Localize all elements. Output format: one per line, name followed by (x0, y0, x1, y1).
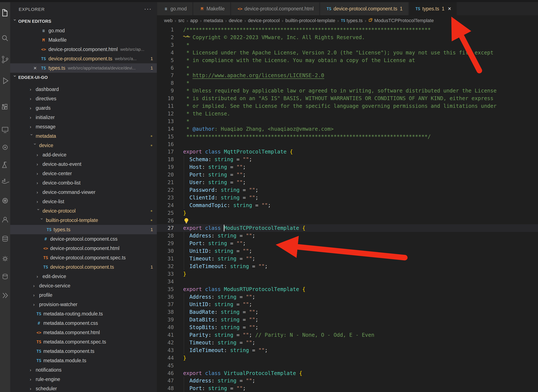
tree-item-device-list[interactable]: ›device-list (10, 197, 157, 206)
search-icon[interactable] (0, 34, 10, 43)
project-section-header[interactable]: › EDGEX-UI-GO (10, 73, 157, 82)
code-editor[interactable]: 1/**************************************… (157, 26, 538, 392)
tree-item-types.ts[interactable]: TStypes.ts1 (10, 225, 157, 234)
breadcrumb-item[interactable]: builtin-protocol-template (285, 18, 335, 23)
close-icon[interactable]: × (448, 5, 451, 12)
project-label: EDGEX-UI-GO (18, 75, 48, 80)
code-text: } (183, 354, 186, 362)
double-chevron-icon[interactable] (0, 291, 10, 300)
line-number: 46 (157, 369, 178, 377)
open-editor-row[interactable]: MMakefile (10, 35, 157, 45)
line-number: 25 (157, 209, 178, 217)
code-line-48: 48 Port: string = ""; (157, 385, 538, 392)
tree-item-device-command-viewer[interactable]: ›device-command-viewer (10, 187, 157, 197)
tree-item-profile[interactable]: ›profile (10, 290, 157, 300)
breadcrumb-item[interactable]: device-protocol (248, 18, 280, 23)
tree-item-message[interactable]: ›message (10, 122, 157, 131)
tree-item-device-auto-event[interactable]: ›device-auto-event (10, 159, 157, 169)
breadcrumb-item[interactable]: app (190, 18, 198, 23)
tree-item-initializer[interactable]: ›initializer (10, 113, 157, 122)
tree-item-provision-watcher[interactable]: ›provision-watcher (10, 300, 157, 309)
tree-item-notifications[interactable]: ›notifications (10, 365, 157, 375)
tree-item-rule-engine[interactable]: ›rule-engine (10, 375, 157, 384)
line-number: 41 (157, 331, 178, 339)
tree-item-guards[interactable]: ›guards (10, 103, 157, 113)
tab-problems-badge: 1 (400, 6, 403, 12)
tree-item-directives[interactable]: ›directives (10, 94, 157, 103)
tree-item-device-center[interactable]: ›device-center (10, 169, 157, 178)
tab-problems-badge: 1 (442, 6, 445, 12)
tree-folder-label: guards (36, 105, 51, 111)
tree-item-metadata-routing.module.ts[interactable]: TSmetadata-routing.module.ts (10, 309, 157, 318)
breadcrumb-symbol[interactable]: ModusTCPProtocolTemplate (374, 18, 434, 23)
extensions-icon[interactable] (0, 103, 10, 112)
test-beaker-icon[interactable] (0, 160, 10, 170)
line-number: 9 (157, 87, 178, 95)
code-text: * (183, 79, 190, 87)
code-line-32: 32 IdleTimeout: string = ""; (157, 262, 538, 270)
tree-item-metadata[interactable]: ›metadata● (10, 131, 157, 141)
tab-Makefile[interactable]: MMakefile (193, 2, 230, 15)
open-editor-row[interactable]: TSdevice-protocol.component.tsweb/src/a.… (10, 54, 157, 63)
tree-item-metadata.module.ts[interactable]: TSmetadata.module.ts (10, 356, 157, 365)
code-text: User: string = ""; (183, 179, 246, 186)
problems-badge: 1 (150, 264, 153, 270)
breadcrumb-file[interactable]: types.ts (347, 18, 363, 23)
tree-item-metadata.component.spec.ts[interactable]: TSmetadata.component.spec.ts (10, 337, 157, 346)
account-icon[interactable] (0, 215, 10, 224)
tree-file-label: metadata-routing.module.ts (43, 311, 103, 317)
tab-device-protocol.component.html[interactable]: <>device-protocol.component.html (231, 2, 319, 15)
more-actions-icon[interactable]: ··· (144, 5, 152, 12)
tree-item-device-service[interactable]: ›device-service (10, 281, 157, 290)
tree-item-device-protocol.component.css[interactable]: #device-protocol.component.css (10, 234, 157, 244)
lightbulb-icon[interactable] (183, 217, 190, 224)
tree-file-label: metadata.component.ts (43, 348, 94, 354)
settings-gear-icon[interactable] (0, 254, 10, 263)
tree-folder-label: add-device (42, 152, 66, 158)
line-number: 7 (157, 72, 178, 79)
close-icon[interactable]: × (32, 65, 39, 71)
typescript-file-icon: TS (42, 265, 49, 269)
tree-item-scheduler[interactable]: ›scheduler (10, 384, 157, 392)
open-editor-row[interactable]: ≡go.mod (10, 26, 157, 35)
remote-icon[interactable] (0, 125, 10, 134)
tree-item-device-protocol[interactable]: ›device-protocol● (10, 206, 157, 215)
open-editor-row[interactable]: ×TStypes.tsweb/src/app/metadata/device/d… (10, 63, 157, 73)
tree-item-builtin-protocol-template[interactable]: ›builtin-protocol-template● (10, 215, 157, 225)
references-icon[interactable] (0, 143, 10, 152)
tree-item-metadata.component.html[interactable]: <>metadata.component.html (10, 328, 157, 337)
source-control-icon[interactable] (0, 55, 10, 64)
layers-icon[interactable] (0, 234, 10, 244)
open-editors-header[interactable]: › OPEN EDITORS (10, 17, 157, 26)
makefile-icon: M (40, 38, 47, 42)
kubernetes-icon[interactable] (0, 196, 10, 205)
tab-device-protocol.component.ts[interactable]: TSdevice-protocol.component.ts1 (320, 2, 408, 15)
tree-item-device-protocol.component.html[interactable]: <>device-protocol.component.html (10, 244, 157, 253)
run-debug-icon[interactable] (0, 76, 10, 85)
tree-item-dashboard[interactable]: ›dashboard (10, 85, 157, 94)
tree-item-add-device[interactable]: ›add-device (10, 150, 157, 159)
breadcrumb-item[interactable]: web (164, 18, 172, 23)
line-number: 19 (157, 163, 178, 171)
breadcrumb-item[interactable]: metadata (204, 18, 223, 23)
breadcrumb-item[interactable]: device (229, 18, 242, 23)
line-number: 33 (157, 270, 178, 278)
database-icon[interactable] (0, 272, 10, 281)
tree-item-device-protocol.component.spec.ts[interactable]: TSdevice-protocol.component.spec.ts (10, 253, 157, 262)
tree-item-metadata.component.ts[interactable]: TSmetadata.component.ts (10, 346, 157, 356)
tree-item-edit-device[interactable]: ›edit-device (10, 272, 157, 281)
tree-item-device[interactable]: ›device● (10, 141, 157, 150)
tree-item-metadata.component.css[interactable]: #metadata.component.css (10, 318, 157, 328)
tab-go.mod[interactable]: ≡go.mod (157, 2, 192, 15)
files-icon[interactable] (0, 8, 10, 17)
docker-icon[interactable] (0, 177, 10, 186)
tree-item-device-protocol.component.ts[interactable]: TSdevice-protocol.component.ts1 (10, 262, 157, 272)
breadcrumb-item[interactable]: src (178, 18, 184, 23)
tree-item-device-combo-list[interactable]: ›device-combo-list (10, 178, 157, 187)
tree-folder-label: device-center (42, 171, 72, 177)
code-text: * (183, 64, 190, 72)
open-editor-row[interactable]: <>device-protocol.component.htmlweb/src/… (10, 45, 157, 54)
tab-types.ts[interactable]: TStypes.ts1× (409, 2, 457, 15)
tree-folder-label: provision-watcher (39, 302, 77, 307)
breadcrumb[interactable]: web›src›app›metadata›device›device-proto… (157, 15, 538, 26)
